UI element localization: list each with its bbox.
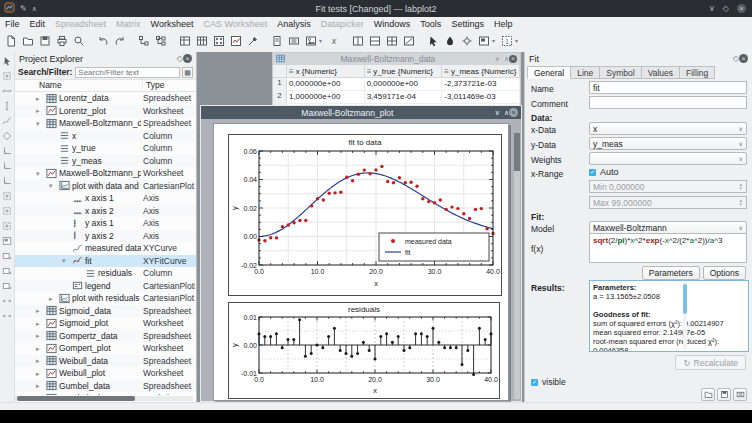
weights-select[interactable]: ∨ (589, 152, 747, 165)
zoom-origin-icon[interactable] (1, 218, 14, 233)
tree-item-weibull-data[interactable]: ▸Weibull_dataSpreadsheet (15, 355, 196, 368)
import-data-icon[interactable] (302, 33, 319, 50)
menu-help[interactable]: Help (489, 19, 518, 29)
menu-file[interactable]: File (0, 19, 25, 29)
insert-column-icon[interactable] (193, 33, 210, 50)
spreadsheet-cell[interactable]: 0,000000e+00 (287, 78, 365, 90)
new-worksheet-icon[interactable] (227, 33, 244, 50)
formula-editor[interactable]: sqrt(2/pi)*x^2*exp(-x^2/(2*a^2))/a^3 (589, 233, 747, 263)
close-pane-icon[interactable] (400, 33, 417, 50)
keep-above-icon[interactable]: ∧ (32, 5, 37, 13)
split-vertical-icon[interactable] (349, 33, 366, 50)
spreadsheet-cell[interactable]: -3,011469e-03 (442, 91, 520, 103)
expand-arrow-icon[interactable]: ▸ (36, 307, 40, 314)
shade-window-icon[interactable]: ∨ (495, 109, 500, 117)
expand-arrow-icon[interactable]: ▸ (36, 332, 40, 339)
tree-item-y-axis-1[interactable]: y axis 1Axis (15, 217, 196, 230)
shift-x-icon[interactable] (1, 83, 14, 98)
menu-worksheet[interactable]: Worksheet (146, 19, 199, 29)
tree-item-maxwell-boltzmann-plot[interactable]: ▾Maxwell-Boltzmann_plotWorksheet (15, 167, 196, 180)
shade-window-icon[interactable]: ∨ (495, 55, 500, 63)
parameters-button[interactable]: Parameters (642, 266, 700, 280)
minimize-icon[interactable]: ∨ (709, 5, 715, 13)
menu-settings[interactable]: Settings (446, 19, 489, 29)
row-number[interactable]: 2 (273, 91, 287, 103)
expand-arrow-icon[interactable]: ▸ (49, 295, 53, 302)
window-layout-icon[interactable] (475, 33, 492, 50)
close-icon[interactable]: × (737, 4, 746, 13)
tab-symbol[interactable]: Symbol (600, 66, 641, 79)
presenter-mode-icon[interactable]: 1 (498, 33, 515, 50)
column-header-type[interactable]: Type (143, 80, 196, 91)
tree-item-y-true[interactable]: y_trueColumn (15, 142, 196, 155)
visible-checkbox[interactable]: ✓ (531, 379, 538, 386)
search-filter-input[interactable] (75, 67, 180, 78)
plot-window-scrollbar[interactable] (514, 133, 520, 399)
annotate-icon[interactable]: ✎ (20, 4, 27, 13)
new-workbook-icon[interactable] (152, 33, 169, 50)
expand-arrow-icon[interactable]: ▸ (36, 107, 40, 114)
fit-plot-area[interactable]: fit to data0.010.020.030.040.0-0.020.000… (228, 134, 502, 296)
new-live-data-icon[interactable]: x (325, 33, 342, 50)
plot-window-titlebar[interactable]: Maxwell-Boltzmann_plot ∨ ∧ × (201, 106, 521, 119)
tree-item-gompert-plot[interactable]: ▸Gompert_plotWorksheet (15, 342, 196, 355)
add-plot-icon[interactable] (1, 233, 14, 248)
tree-item-plot-with-data-and-fit[interactable]: ▾plot with data and fitCartesianPlot (15, 180, 196, 193)
spreadsheet-column-header[interactable]: ≡y_true {Numeric} (365, 65, 443, 77)
collapse-arrow-icon[interactable]: ▾ (49, 182, 53, 189)
spreadsheet-window-titlebar[interactable]: Maxwell-Boltzmann_data ∨ ∧ × (273, 53, 520, 65)
expand-arrow-icon[interactable]: ▸ (36, 320, 40, 327)
select-tool-icon[interactable] (1, 53, 14, 68)
tree-item-x-axis-2[interactable]: x axis 2Axis (15, 205, 196, 218)
toolbar-dropdown-icon[interactable]: ▾ (515, 38, 521, 44)
tab-general[interactable]: General (527, 66, 571, 79)
spreadsheet-column-header[interactable]: ≡y_meas {Numeric} (442, 65, 520, 77)
shift-up-down-icon[interactable] (1, 308, 14, 323)
close-panel-icon[interactable]: × (739, 54, 748, 63)
fullscreen-icon[interactable] (458, 33, 475, 50)
zoom-in-icon[interactable] (1, 188, 14, 203)
name-field[interactable]: fit (589, 81, 747, 94)
maximize-icon[interactable]: ◇ (723, 5, 729, 13)
tile-windows-icon[interactable] (383, 33, 400, 50)
menu-edit[interactable]: Edit (25, 19, 51, 29)
tree-item-legend[interactable]: legendCartesianPlotL (15, 280, 196, 293)
filter-options-icon[interactable]: ▦ (182, 67, 193, 78)
new-project-icon[interactable] (2, 33, 19, 50)
add-text-label-icon[interactable] (1, 248, 14, 263)
expand-arrow-icon[interactable]: ▸ (36, 382, 40, 389)
shift-y-icon[interactable] (1, 98, 14, 113)
new-matrix-icon[interactable] (210, 33, 227, 50)
collapse-arrow-icon[interactable]: ▾ (36, 170, 40, 177)
close-window-icon[interactable]: × (509, 108, 518, 117)
results-scrollbar[interactable] (683, 282, 687, 350)
tree-item-measured-data[interactable]: measured dataXYCurve (15, 242, 196, 255)
add-x-axis-icon[interactable] (1, 158, 14, 173)
spreadsheet-cell[interactable]: -2,373721e-03 (442, 78, 520, 90)
duplicate-window-icon[interactable] (285, 33, 302, 50)
min-field[interactable]: Min 0,000000 ▲▼ (589, 180, 747, 193)
crosshair-zoom-icon[interactable] (1, 68, 14, 83)
open-project-icon[interactable] (19, 33, 36, 50)
column-header-name[interactable]: Name (15, 80, 143, 91)
split-horizontal-icon[interactable] (366, 33, 383, 50)
redo-icon[interactable] (111, 33, 128, 50)
tree-item-sigmoid-data[interactable]: ▸Sigmoid_dataSpreadsheet (15, 305, 196, 318)
print-preview-icon[interactable] (70, 33, 87, 50)
shift-left-right-icon[interactable] (1, 293, 14, 308)
spreadsheet-cell[interactable]: 1,000000e+00 (287, 91, 365, 103)
tree-item-y-meas[interactable]: y_measColumn (15, 155, 196, 168)
draw-ink-icon[interactable] (441, 33, 458, 50)
add-axis-icon[interactable] (1, 143, 14, 158)
comment-field[interactable] (589, 96, 747, 109)
y-data-select[interactable]: y_meas∨ (589, 137, 747, 150)
x-data-select[interactable]: x∨ (589, 122, 747, 135)
new-datapicker-icon[interactable] (244, 33, 261, 50)
tree-item-residuals[interactable]: residualsColumn (15, 267, 196, 280)
collapse-arrow-icon[interactable]: ▾ (36, 120, 40, 127)
save-project-icon[interactable] (36, 33, 53, 50)
row-number[interactable]: 1 (273, 78, 287, 90)
tree-item-gumbel-plot[interactable]: ▸Gumbel_plotWorksheet (15, 392, 196, 395)
max-field[interactable]: Max 99,000000 ▲▼ (589, 196, 747, 209)
new-note-icon[interactable] (268, 33, 285, 50)
